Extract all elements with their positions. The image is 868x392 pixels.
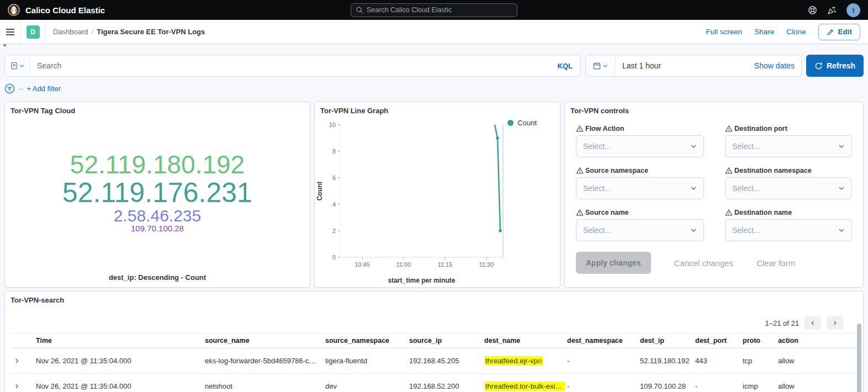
vertical-scrollbar[interactable] (857, 324, 861, 392)
global-search-input[interactable]: Search Calico Cloud Elastic (351, 3, 517, 17)
search-icon (356, 6, 363, 14)
controls-grid: Flow ActionSelect...Destination portSele… (565, 119, 863, 246)
kql-toggle[interactable]: KQL (550, 62, 580, 70)
svg-text:8: 8 (332, 148, 336, 155)
refresh-label: Refresh (827, 61, 855, 70)
tag-cloud-item[interactable]: 52.119.180.192 (70, 152, 245, 178)
calendar-icon (593, 62, 601, 70)
search-panel-title: Tor-VPN-search (5, 292, 863, 309)
legend-label: Count (517, 119, 537, 127)
control-field: Flow ActionSelect... (576, 120, 704, 157)
control-select[interactable]: Select... (725, 177, 852, 199)
add-filter-link[interactable]: + Add filter (27, 84, 61, 93)
control-field: Destination portSelect... (725, 120, 852, 157)
kql-search-input[interactable]: Search (30, 61, 550, 70)
cell-source_name: eks-log-forwarder-5bd4659786-cwd2r (203, 348, 323, 374)
control-field-label: Destination namespace (725, 167, 852, 174)
svg-text:2: 2 (332, 227, 336, 234)
results-table: Timesource_namesource_namespacesource_ip… (12, 333, 856, 392)
results-header-row: Timesource_namesource_namespacesource_ip… (12, 333, 856, 348)
top-app-bar: Calico Cloud Elastic Search Calico Cloud… (0, 0, 868, 20)
control-field: Source namespaceSelect... (576, 162, 704, 199)
control-field-label: Destination port (725, 125, 852, 133)
breadcrumb-separator: / (92, 28, 94, 36)
table-row: Nov 26, 2021 @ 11:35:04.000netshootdev19… (12, 374, 856, 392)
warning-icon (725, 167, 733, 174)
chevron-down-icon (603, 63, 608, 68)
row-expand-button[interactable] (12, 374, 34, 392)
tag-cloud-caption: dest_ip: Descending - Count (5, 273, 310, 287)
svg-text:start_time per minute: start_time per minute (388, 277, 455, 284)
cell-dest_port: - (693, 374, 740, 392)
svg-text:Count: Count (316, 182, 324, 201)
control-select[interactable]: Select... (725, 135, 852, 157)
page-next-button[interactable] (827, 316, 843, 330)
saved-query-menu-button[interactable] (5, 55, 30, 76)
chart-legend[interactable]: Count (507, 119, 537, 127)
warning-icon (576, 125, 584, 133)
global-search-placeholder: Search Calico Cloud Elastic (367, 6, 452, 14)
tag-cloud-item[interactable]: 52.119.176.231 (62, 178, 252, 207)
cell-source_namespace: tigera-fluentd (323, 348, 407, 374)
brand: Calico Cloud Elastic (8, 4, 105, 16)
control-field: Destination nameSelect... (725, 204, 852, 241)
cell-source_namespace: dev (323, 374, 407, 392)
controls-panel-title: Tor-VPN controls (565, 102, 863, 119)
cell-dest_name: threatfeed.ejr-vpn (482, 348, 565, 374)
edit-label: Edit (838, 28, 853, 36)
cell-dest_ip: 52.119.180.192 (638, 348, 693, 374)
chevron-down-icon (690, 227, 697, 234)
show-dates-link[interactable]: Show dates (748, 61, 801, 70)
refresh-button[interactable]: Refresh (806, 55, 864, 77)
legend-dot-icon (507, 120, 514, 126)
apply-changes-button[interactable]: Apply changes (576, 252, 651, 274)
newsfeed-icon[interactable] (827, 6, 837, 15)
page-prev-button[interactable] (805, 316, 821, 330)
tag-cloud-item[interactable]: 2.58.46.235 (114, 207, 201, 224)
cell-dest_ip: 109.70.100.28 (638, 374, 693, 392)
menu-icon[interactable] (0, 20, 21, 44)
search-results-panel: Tor-VPN-search 1–21 of 21 Timesource_nam… (4, 291, 864, 392)
control-field: Destination namespaceSelect... (725, 162, 852, 199)
control-select[interactable]: Select... (576, 135, 704, 157)
warning-icon (725, 125, 733, 133)
filter-icon[interactable] (4, 83, 15, 94)
cell-proto: icmp (740, 374, 776, 392)
line-chart-svg: 024681010:4511:0011:1511:30start_time pe… (315, 119, 560, 289)
chevron-left-icon (810, 320, 816, 326)
control-select[interactable]: Select... (576, 177, 704, 199)
nav-bar: D Dashboard / Tigera Secure EE Tor-VPN L… (0, 20, 868, 44)
column-header-source_namespace: source_namespace (323, 333, 407, 348)
control-field-label: Source namespace (576, 167, 704, 174)
dashboard-badge[interactable]: D (27, 25, 40, 39)
edit-button[interactable]: Edit (818, 24, 861, 40)
chevron-right-icon (14, 383, 20, 389)
cancel-changes-button[interactable]: Cancel changes (674, 258, 734, 268)
clone-link[interactable]: Clone (786, 28, 806, 36)
breadcrumb-root[interactable]: Dashboard (53, 28, 88, 36)
row-expand-button[interactable] (12, 348, 34, 374)
tag-cloud-item[interactable]: 109.70.100.28 (131, 224, 184, 233)
control-select[interactable]: Select... (576, 219, 704, 241)
line-chart: 024681010:4511:0011:1511:30start_time pe… (315, 119, 560, 289)
column-header-proto: proto (740, 333, 776, 348)
full-screen-link[interactable]: Full screen (706, 28, 742, 36)
control-select[interactable]: Select... (725, 219, 852, 241)
highlighted-dest-name: threatfeed.ejr-vpn (484, 356, 543, 365)
user-avatar[interactable]: t (846, 3, 860, 17)
clear-form-button[interactable]: Clear form (756, 258, 795, 268)
cell-time: Nov 26, 2021 @ 11:35:04.000 (34, 348, 203, 374)
cell-dest_namespace: - (565, 374, 638, 392)
control-field: Source nameSelect... (576, 204, 704, 241)
help-icon[interactable] (808, 6, 817, 15)
column-header-dest_ip: dest_ip (638, 333, 693, 348)
column-header-source_ip: source_ip (407, 333, 482, 348)
date-quick-menu-button[interactable] (586, 55, 616, 76)
share-link[interactable]: Share (754, 28, 774, 36)
refresh-icon (814, 62, 823, 70)
time-range-value[interactable]: Last 1 hour (616, 61, 748, 70)
results-body: Nov 26, 2021 @ 11:35:04.000eks-log-forwa… (12, 348, 856, 392)
column-header-source_name: source_name (203, 333, 323, 348)
line-graph-panel-title: Tor-VPN Line Graph (315, 102, 560, 119)
chevron-down-icon (838, 227, 845, 234)
